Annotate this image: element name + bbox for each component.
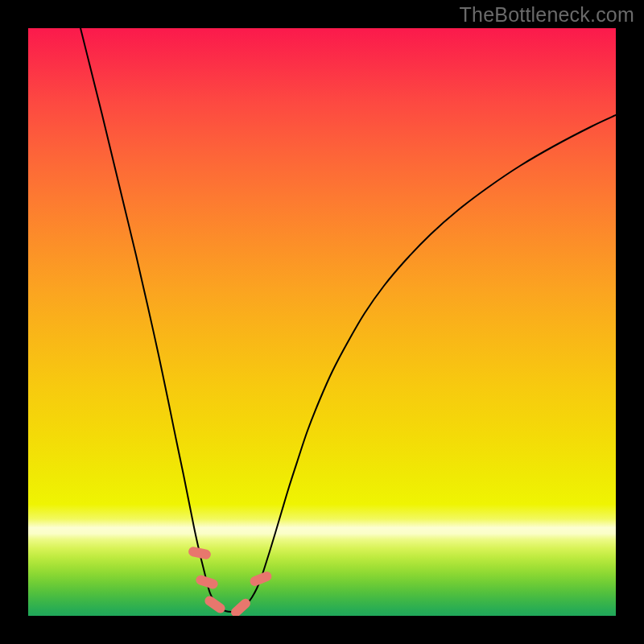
- chart-frame: [28, 28, 616, 616]
- watermark-text: TheBottleneck.com: [460, 3, 634, 27]
- chart-background-gradient: [28, 28, 616, 616]
